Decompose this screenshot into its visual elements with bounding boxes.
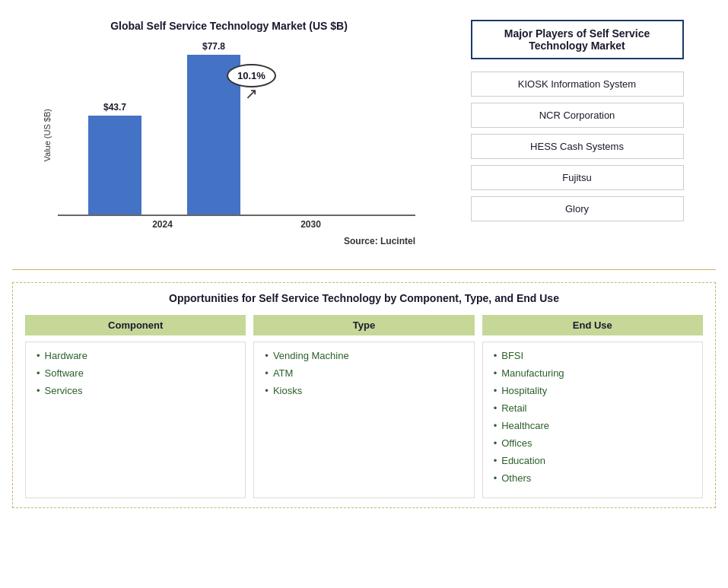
- bullet: •: [265, 350, 269, 361]
- enduse-item-6: • Education: [494, 455, 691, 466]
- chart-title: Global Self Service Technology Market (U…: [110, 20, 348, 32]
- bullet: •: [494, 420, 498, 431]
- column-header-type: Type: [253, 315, 474, 335]
- component-item-2: • Services: [37, 385, 234, 396]
- bar-group-2024: $43.7: [88, 102, 141, 215]
- divider: [12, 269, 716, 270]
- columns-row: Component • Hardware • Software • Servic…: [25, 315, 703, 498]
- column-body-enduse: • BFSI • Manufacturing • Hospitality • R…: [482, 342, 703, 498]
- cagr-annotation: 10.1% ↗: [227, 64, 276, 103]
- column-header-component: Component: [25, 315, 246, 335]
- player-item-4: Glory: [471, 196, 684, 221]
- source-text: Source: Lucintel: [43, 236, 415, 246]
- type-item-2: • Kiosks: [265, 385, 463, 396]
- enduse-item-5: • Offices: [494, 437, 691, 449]
- y-axis-label: Value (US $B): [43, 109, 52, 162]
- type-item-1: • ATM: [265, 367, 463, 379]
- player-item-3: Fujitsu: [471, 165, 684, 190]
- bullet: •: [494, 437, 498, 449]
- chart-area: Global Self Service Technology Market (U…: [12, 12, 423, 254]
- bar-value-2024: $43.7: [103, 102, 126, 113]
- bullet: •: [494, 455, 498, 466]
- x-labels: 2024 2030: [58, 216, 415, 230]
- enduse-item-2: • Hospitality: [494, 385, 691, 396]
- column-enduse: End Use • BFSI • Manufacturing • Hospita…: [482, 315, 703, 498]
- column-type: Type • Vending Machine • ATM • Kiosks: [253, 315, 474, 498]
- column-header-enduse: End Use: [482, 315, 703, 335]
- player-item-2: HESS Cash Systems: [471, 134, 684, 159]
- x-label-2024: 2024: [152, 219, 173, 230]
- player-item-0: KIOSK Information System: [471, 72, 684, 97]
- enduse-item-7: • Others: [494, 472, 691, 484]
- bullet: •: [37, 350, 40, 361]
- top-section: Global Self Service Technology Market (U…: [12, 12, 716, 254]
- type-item-0: • Vending Machine: [265, 350, 463, 361]
- players-box-title: Major Players of Self Service Technology…: [471, 20, 684, 59]
- bullet: •: [37, 385, 40, 396]
- column-body-type: • Vending Machine • ATM • Kiosks: [253, 342, 474, 498]
- column-body-component: • Hardware • Software • Services: [25, 342, 246, 498]
- component-item-1: • Software: [37, 367, 234, 379]
- bullet: •: [37, 367, 40, 379]
- bars-row: 10.1% ↗ $43.7 $77.8: [58, 41, 415, 216]
- player-item-1: NCR Corporation: [471, 103, 684, 128]
- enduse-item-1: • Manufacturing: [494, 367, 691, 379]
- bottom-section: Opportunities for Self Service Technolog…: [12, 282, 716, 508]
- bullet: •: [494, 350, 498, 361]
- bullet: •: [494, 402, 498, 414]
- bullet: •: [494, 472, 498, 484]
- column-component: Component • Hardware • Software • Servic…: [25, 315, 246, 498]
- bullet: •: [265, 385, 269, 396]
- bullet: •: [494, 385, 498, 396]
- enduse-item-4: • Healthcare: [494, 420, 691, 431]
- bullet: •: [265, 367, 269, 379]
- component-item-0: • Hardware: [37, 350, 234, 361]
- cagr-arrow: ↗: [245, 84, 258, 103]
- bottom-title: Opportunities for Self Service Technolog…: [25, 292, 703, 304]
- enduse-item-0: • BFSI: [494, 350, 691, 361]
- x-label-2030: 2030: [300, 219, 321, 230]
- players-area: Major Players of Self Service Technology…: [438, 12, 716, 254]
- bar-2024: [88, 116, 141, 215]
- enduse-item-3: • Retail: [494, 402, 691, 414]
- bullet: •: [494, 367, 498, 379]
- bar-value-2030: $77.8: [202, 41, 225, 52]
